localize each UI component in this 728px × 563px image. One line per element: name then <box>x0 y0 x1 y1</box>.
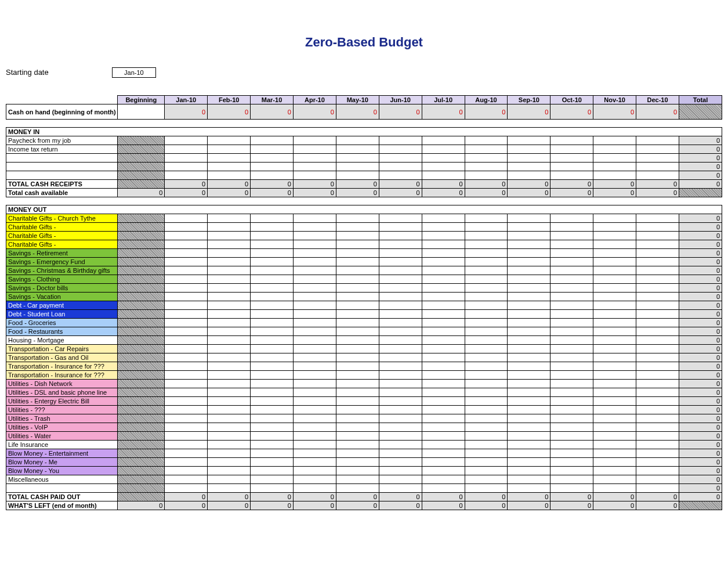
cell[interactable] <box>293 353 336 362</box>
cell[interactable] <box>293 266 336 275</box>
cell[interactable] <box>379 136 422 145</box>
cell[interactable] <box>422 240 465 249</box>
cell[interactable] <box>293 240 336 249</box>
cell[interactable] <box>508 136 550 145</box>
cell[interactable] <box>165 240 208 249</box>
cell[interactable] <box>508 145 550 154</box>
cell[interactable] <box>422 353 465 362</box>
cell[interactable] <box>165 353 208 362</box>
cell[interactable] <box>251 240 294 249</box>
expense-label[interactable]: Utilities - DSL and basic phone line <box>6 388 118 397</box>
expense-label[interactable]: Utilities - Entergy Electric Bill <box>6 397 118 406</box>
cell[interactable] <box>422 284 465 293</box>
cell[interactable] <box>550 240 593 249</box>
cell[interactable] <box>165 171 208 180</box>
cell[interactable] <box>636 293 679 301</box>
cell[interactable] <box>251 397 294 406</box>
cell[interactable] <box>593 301 636 310</box>
cell[interactable] <box>251 223 294 232</box>
cell[interactable] <box>465 310 508 319</box>
cell[interactable] <box>593 353 636 362</box>
cell[interactable] <box>379 154 422 163</box>
cell[interactable] <box>508 163 550 171</box>
cell[interactable] <box>379 475 422 484</box>
cell[interactable] <box>636 362 679 371</box>
cell[interactable] <box>336 345 379 353</box>
cell[interactable] <box>379 397 422 406</box>
cell[interactable] <box>208 319 251 327</box>
cell[interactable] <box>550 154 593 163</box>
cell[interactable] <box>465 258 508 266</box>
cell[interactable] <box>251 275 294 284</box>
cell[interactable] <box>550 458 593 467</box>
cell[interactable] <box>165 371 208 380</box>
cell[interactable] <box>379 275 422 284</box>
cell[interactable] <box>465 249 508 258</box>
cell[interactable] <box>636 163 679 171</box>
cell[interactable] <box>422 423 465 432</box>
cell[interactable] <box>251 484 294 493</box>
cell[interactable] <box>422 441 465 449</box>
cell[interactable] <box>550 258 593 266</box>
cell[interactable] <box>379 441 422 449</box>
cell[interactable] <box>550 362 593 371</box>
cell[interactable] <box>336 362 379 371</box>
income-label[interactable]: Paycheck from my job <box>6 136 118 145</box>
expense-label[interactable]: Blow Money - You <box>6 467 118 475</box>
cell[interactable]: 0 <box>165 104 208 120</box>
expense-label[interactable] <box>6 484 118 493</box>
cell[interactable] <box>636 266 679 275</box>
cell[interactable] <box>550 397 593 406</box>
cell[interactable] <box>293 284 336 293</box>
cell[interactable] <box>208 441 251 449</box>
cell[interactable] <box>293 214 336 223</box>
cell[interactable] <box>293 467 336 475</box>
cell[interactable]: 0 <box>251 104 294 120</box>
cell[interactable] <box>593 275 636 284</box>
cell[interactable] <box>118 104 165 120</box>
cell[interactable] <box>293 362 336 371</box>
cell[interactable] <box>336 284 379 293</box>
expense-label[interactable]: Miscellaneous <box>6 475 118 484</box>
cell[interactable] <box>379 467 422 475</box>
cell[interactable] <box>422 484 465 493</box>
cell[interactable] <box>165 441 208 449</box>
cell[interactable] <box>508 423 550 432</box>
cell[interactable] <box>379 284 422 293</box>
cell[interactable] <box>422 345 465 353</box>
cell[interactable] <box>336 319 379 327</box>
cell[interactable] <box>165 258 208 266</box>
cell[interactable] <box>165 449 208 458</box>
cell[interactable] <box>251 406 294 414</box>
cell[interactable] <box>593 223 636 232</box>
cell[interactable] <box>293 432 336 441</box>
cell[interactable]: 0 <box>508 104 550 120</box>
cell[interactable] <box>508 432 550 441</box>
cell[interactable] <box>508 154 550 163</box>
cell[interactable] <box>251 319 294 327</box>
cell[interactable] <box>379 145 422 154</box>
cell[interactable] <box>165 136 208 145</box>
cell[interactable] <box>636 301 679 310</box>
cell[interactable] <box>251 414 294 423</box>
cell[interactable] <box>336 293 379 301</box>
cell[interactable] <box>165 266 208 275</box>
cell[interactable] <box>593 423 636 432</box>
cell[interactable] <box>550 467 593 475</box>
cell[interactable] <box>251 266 294 275</box>
cell[interactable] <box>251 371 294 380</box>
cell[interactable] <box>208 214 251 223</box>
cell[interactable] <box>422 414 465 423</box>
cell[interactable] <box>165 467 208 475</box>
cell[interactable] <box>508 406 550 414</box>
cell[interactable] <box>165 249 208 258</box>
cell[interactable]: 0 <box>465 104 508 120</box>
cell[interactable] <box>636 145 679 154</box>
cell[interactable] <box>465 458 508 467</box>
cell[interactable] <box>465 266 508 275</box>
cell[interactable] <box>379 345 422 353</box>
cell[interactable] <box>336 249 379 258</box>
cell[interactable] <box>550 293 593 301</box>
cell[interactable] <box>208 240 251 249</box>
cell[interactable] <box>593 388 636 397</box>
